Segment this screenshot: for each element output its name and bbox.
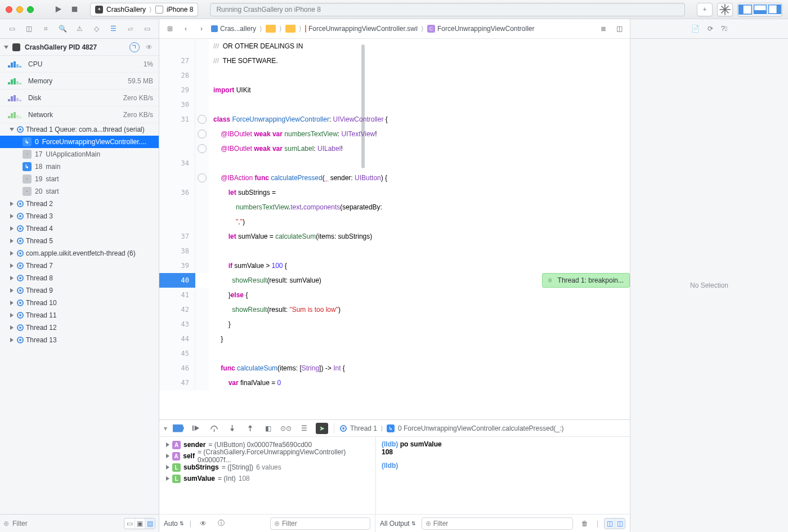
debug-navigator-tab[interactable]: ☰ — [108, 23, 119, 34]
thread-row[interactable]: Thread 5 — [0, 235, 159, 247]
thread-row[interactable]: Thread 10 — [0, 297, 159, 309]
svg-marker-12 — [230, 428, 234, 431]
minimize-window-button[interactable] — [16, 6, 23, 13]
step-out-button[interactable] — [244, 422, 256, 435]
gauge-memory[interactable]: Memory59.5 MB — [0, 73, 159, 90]
activity-viewer: Running CrashGallery on iPhone 8 — [210, 3, 685, 16]
library-button[interactable] — [718, 3, 732, 16]
toggle-debug-area-button[interactable] — [753, 3, 767, 16]
filter-seg-3[interactable]: ▤ — [145, 518, 155, 529]
hide-debug-icon[interactable]: ▾ — [164, 424, 167, 432]
stack-frame[interactable]: ·19 start — [0, 173, 159, 185]
show-console-toggle[interactable]: ◫ — [615, 518, 625, 529]
variables-filter[interactable]: ⊕ — [270, 517, 370, 530]
console-filter[interactable]: ⊕ — [422, 517, 573, 530]
svg-marker-14 — [248, 425, 252, 428]
variable-row[interactable]: Aself = (CrashGallery.ForceUnwrappingVie… — [163, 450, 372, 462]
svg-rect-7 — [777, 5, 781, 14]
console-filter-input[interactable] — [433, 520, 569, 527]
environment-overrides-button[interactable]: ☰ — [298, 422, 310, 435]
related-files-icon[interactable]: ⊞ — [164, 23, 176, 35]
stack-frame[interactable]: ↳18 main — [0, 160, 159, 173]
run-button[interactable] — [52, 3, 64, 16]
gauge-disk[interactable]: DiskZero KB/s — [0, 90, 159, 106]
debug-view-hierarchy-button[interactable]: ◧ — [262, 422, 274, 435]
forward-button[interactable]: › — [195, 23, 208, 35]
thread-row[interactable]: Thread 11 — [0, 309, 159, 321]
thread-row[interactable]: Thread 3 — [0, 210, 159, 222]
quicklook-icon[interactable]: 👁 — [197, 517, 209, 530]
issue-tab[interactable]: ⚠ — [74, 23, 85, 34]
process-header[interactable]: CrashGallery PID 4827 👁 — [0, 39, 159, 56]
add-editor-button[interactable]: ＋ — [697, 3, 712, 16]
variables-filter-input[interactable] — [282, 520, 366, 527]
thread-row[interactable]: Thread 13 — [0, 334, 159, 346]
step-into-button[interactable] — [226, 422, 238, 435]
variables-scope-popup[interactable]: Auto ⇅ — [164, 520, 184, 527]
gauge-cpu[interactable]: CPU1% — [0, 56, 159, 73]
thread-row[interactable]: Thread 9 — [0, 284, 159, 297]
svg-marker-9 — [194, 426, 199, 431]
file-inspector-tab[interactable]: 📄 — [691, 25, 700, 33]
svg-rect-3 — [739, 5, 744, 14]
step-over-button[interactable] — [208, 422, 220, 435]
folder-icon[interactable] — [285, 25, 296, 33]
find-tab[interactable]: 🔍 — [57, 23, 68, 34]
pause-resume-icon[interactable] — [129, 42, 140, 52]
gauge-network[interactable]: NetworkZero KB/s — [0, 106, 159, 123]
thread-row[interactable]: Thread 7 — [0, 260, 159, 272]
variables-view[interactable]: Asender = (UIButton) 0x00007fea5690cd00A… — [159, 437, 376, 514]
stack-frame[interactable]: ·20 start — [0, 185, 159, 198]
close-window-button[interactable] — [6, 6, 12, 13]
simulate-location-button[interactable]: ➤ — [316, 423, 328, 434]
toggle-navigator-button[interactable] — [738, 3, 753, 16]
continue-button[interactable] — [190, 422, 202, 435]
jump-project[interactable]: Cras...allery — [211, 25, 256, 33]
debug-thread-crumb[interactable]: Thread 1 — [350, 424, 377, 432]
quick-help-tab[interactable]: ?⃝ — [721, 25, 727, 33]
minimap-toggle-icon[interactable]: ≣ — [597, 23, 610, 35]
editor-area: ⊞ ‹ › Cras...allery ⟩ ⟩ ⟩ ForceUnwrappin… — [159, 19, 630, 532]
history-inspector-tab[interactable]: ⟳ — [708, 25, 713, 33]
thread-row[interactable]: Thread 8 — [0, 272, 159, 284]
title-bar: ✦ CrashGallery ⟩ iPhone 8 Running CrashG… — [0, 0, 788, 19]
view-options-icon[interactable]: 👁 — [144, 42, 154, 52]
debug-frame-crumb[interactable]: 0 ForceUnwrappingViewController.calculat… — [398, 424, 564, 432]
navigator-filter-input[interactable] — [12, 520, 120, 527]
report-tab[interactable]: ▭ — [141, 23, 153, 34]
memory-graph-button[interactable]: ⊙⊙ — [280, 422, 292, 435]
breakpoint-tab[interactable]: ▱ — [124, 23, 136, 34]
filter-seg-2[interactable]: ▣ — [135, 518, 145, 529]
breakpoint-callout[interactable]: ≡Thread 1: breakpoin... — [542, 273, 630, 288]
adjust-editor-icon[interactable]: ◫ — [613, 23, 625, 35]
scheme-selector[interactable]: ✦ CrashGallery ⟩ iPhone 8 — [90, 3, 198, 16]
info-icon[interactable]: ⓘ — [215, 517, 227, 530]
zoom-window-button[interactable] — [27, 6, 34, 13]
stack-frame[interactable]: ↳0 ForceUnwrappingViewController.... — [0, 136, 159, 148]
thread-row[interactable]: Thread 2 — [0, 198, 159, 210]
source-control-tab[interactable]: ◫ — [23, 23, 34, 34]
console-view[interactable]: (lldb) po sumValue 108 (lldb) — [376, 437, 630, 514]
project-navigator-tab[interactable]: ▭ — [6, 23, 17, 34]
source-editor[interactable]: /// OR OTHER DEALINGS IN27/// THE SOFTWA… — [159, 39, 630, 419]
thread-row[interactable]: com.apple.uikit.eventfetch-thread (6) — [0, 247, 159, 260]
back-button[interactable]: ‹ — [180, 23, 192, 35]
thread-row[interactable]: Thread 1 Queue: com.a...thread (serial) — [0, 123, 159, 136]
test-tab[interactable]: ◇ — [91, 23, 102, 34]
stop-button[interactable] — [68, 3, 80, 16]
variable-row[interactable]: LsumValue = (Int) 108 — [163, 473, 372, 484]
jump-symbol[interactable]: CForceUnwrappingViewController — [427, 25, 535, 33]
show-variables-toggle[interactable]: ◫ — [605, 518, 615, 529]
folder-icon[interactable] — [266, 25, 276, 33]
breakpoint-toggle-icon[interactable] — [173, 424, 184, 432]
thread-row[interactable]: Thread 4 — [0, 222, 159, 235]
clear-console-icon[interactable]: 🗑 — [579, 517, 591, 530]
debug-area: ▾ ◧ ⊙⊙ ☰ ➤ Thread 1 ⟩ ↳ 0 ForceUnwrappin… — [159, 419, 630, 532]
thread-row[interactable]: Thread 12 — [0, 321, 159, 334]
filter-seg-1[interactable]: ▭ — [124, 518, 135, 529]
stack-frame[interactable]: ·17 UIApplicationMain — [0, 148, 159, 160]
toggle-inspector-button[interactable] — [767, 3, 782, 16]
jump-file[interactable]: ForceUnwrappingViewController.swift — [305, 25, 418, 33]
symbol-tab[interactable]: ⌗ — [40, 23, 51, 34]
console-scope-popup[interactable]: All Output ⇅ — [380, 520, 416, 527]
